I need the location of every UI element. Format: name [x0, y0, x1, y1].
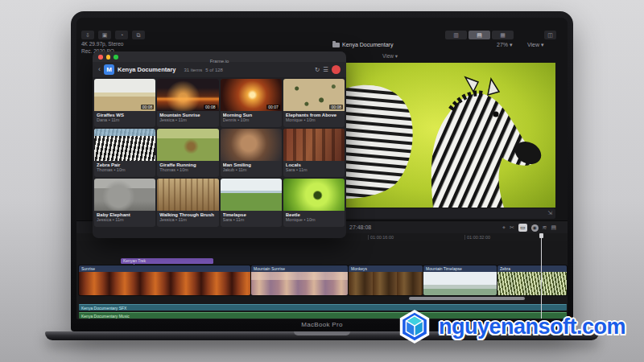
clip-card-morning-sun[interactable]: 00:07 Morning SunDennis • 10m: [221, 79, 282, 127]
snapping-icon[interactable]: ▤: [551, 224, 556, 232]
clip-thumbnail: [283, 179, 345, 211]
fcp-pane-toggles: ▥ ▤ ▦: [445, 31, 514, 39]
duration-badge: 00:08: [141, 105, 155, 109]
clip-meta: Jessica • 11m: [97, 217, 153, 222]
macbook-screen: ⇩ ▣ ◔ ⧉ ▥ ▤ ▦ ◫ 4K 29.97p, Stereo Rec. 2…: [76, 18, 568, 319]
fullscreen-icon[interactable]: ⇲: [547, 210, 552, 216]
zebra-preview-image: [338, 63, 555, 208]
clip-card-timelapse[interactable]: TimelapseSara • 11m: [221, 179, 282, 227]
browser-toggle-icon[interactable]: ▥: [445, 31, 467, 39]
clip-card-man-smiling[interactable]: Man SmilingJakub • 11m: [221, 129, 282, 177]
clip-meta: Monique • 10m: [286, 217, 342, 222]
clip-thumbnail: [157, 129, 218, 161]
close-icon[interactable]: [98, 55, 103, 60]
timeline-clip-mountain-timelapse[interactable]: Mountain Timelapse: [423, 265, 497, 295]
timeline-clip-monkeys[interactable]: Monkeys: [349, 265, 423, 295]
project-format-line1: 4K 29.97p, Stereo: [81, 41, 123, 47]
clip-appearance-icon[interactable]: ▭: [518, 224, 527, 232]
clip-meta: Jakub • 11m: [223, 167, 279, 172]
timeline-timecode: 27:48:08: [349, 224, 371, 230]
clip-card-locals[interactable]: LocalsSara • 11m: [283, 129, 345, 177]
clip-card-baby-elephant[interactable]: Baby ElephantJessica • 11m: [94, 179, 155, 227]
clip-name: Monkeys: [349, 265, 423, 272]
clip-filmstrip: [423, 272, 497, 295]
timeline-toggle-icon[interactable]: ▤: [469, 31, 490, 39]
timeline-title-clip[interactable]: Kenyan Trek: [121, 258, 213, 264]
clip-name: Zebra: [497, 265, 567, 272]
clip-card-walking-through-brush[interactable]: Walking Through BrushJessica • 11m: [157, 179, 218, 227]
clip-card-giraffe-running[interactable]: Giraffe RunningThomas • 10m: [157, 129, 218, 177]
clip-card-elephants-above[interactable]: 00:08 Elephants from AboveMonique • 10m: [283, 79, 345, 127]
window-titlebar[interactable]: Frame.io: [93, 51, 346, 62]
clip-meta: Thomas • 10m: [159, 167, 216, 172]
clip-card-mountain-sunrise[interactable]: 00:08 Mountain SunriseJessica • 11m: [157, 79, 218, 127]
clip-filmstrip: [79, 272, 250, 295]
skimming-icon[interactable]: ◉: [531, 224, 539, 232]
clip-filmstrip: [497, 272, 567, 295]
macbook-lid-notch: [294, 331, 350, 335]
clip-thumbnail: 00:08: [94, 79, 155, 111]
clip-filmstrip: [349, 272, 423, 295]
clip-thumbnail: 00:07: [221, 79, 282, 111]
background-tasks-icon[interactable]: ◔: [115, 31, 128, 39]
media-import-icon[interactable]: ⇩: [81, 31, 94, 39]
clip-name: Mountain Sunrise: [251, 265, 348, 272]
clip-thumbnail: [221, 129, 282, 161]
clip-meta: Dennis • 10m: [223, 117, 279, 122]
clip-grid: 00:08 Giraffes WSDana • 11m 00:08 Mounta…: [93, 77, 346, 228]
clip-thumbnail: 00:08: [283, 79, 345, 111]
ruler-timecode: 01:00:32:00: [464, 235, 490, 240]
project-badge: M: [104, 64, 114, 75]
sync-icon[interactable]: ↻: [315, 66, 320, 73]
avatar[interactable]: [332, 65, 341, 74]
keyword-editor-icon[interactable]: ▣: [98, 31, 111, 39]
media-browser-icon[interactable]: ⧉: [132, 31, 145, 39]
viewer-canvas: [338, 63, 555, 208]
clip-meta: Jessica • 11m: [159, 117, 216, 122]
photo-backdrop: ⇩ ▣ ◔ ⧉ ▥ ▤ ▦ ◫ 4K 29.97p, Stereo Rec. 2…: [0, 0, 644, 362]
clip-thumbnail: [157, 179, 218, 211]
clip-thumbnail: [283, 129, 345, 161]
inspector-toggle-icon[interactable]: ▦: [492, 31, 514, 39]
clip-name: Mountain Timelapse: [423, 265, 497, 272]
share-icon[interactable]: ◫: [544, 31, 556, 39]
viewer-zoom-menu[interactable]: 27% ▾: [497, 42, 512, 48]
clip-meta: Sara • 11m: [223, 217, 279, 222]
media-window-header: ‹ M Kenya Documentary 31 items 5 of 128 …: [93, 62, 346, 77]
traffic-lights: [98, 55, 118, 60]
clip-thumbnail: 00:08: [157, 79, 218, 111]
clip-thumbnail: [221, 179, 282, 211]
timeline-clip-zebra[interactable]: Zebra: [497, 265, 567, 295]
back-icon[interactable]: ‹: [98, 62, 101, 77]
timeline-clip-sunrise[interactable]: Sunrise: [79, 265, 250, 295]
clip-meta: Jessica • 11m: [159, 217, 216, 222]
minimize-icon[interactable]: [106, 55, 111, 60]
playhead[interactable]: [541, 233, 542, 319]
viewer-view-menu[interactable]: View ▾: [527, 42, 544, 48]
audio-solo-icon[interactable]: ≋: [543, 224, 547, 232]
timeline-scrollbar[interactable]: [409, 297, 525, 300]
selection-count: 5 of 128: [205, 68, 223, 72]
timeline-clip-mountain-sunrise[interactable]: Mountain Sunrise: [251, 265, 348, 295]
window-title: Frame.io: [210, 59, 229, 64]
position-tool-icon[interactable]: ⌖: [502, 224, 506, 232]
clip-thumbnail: [94, 179, 155, 211]
clip-thumbnail: [94, 129, 155, 161]
clip-card-giraffes-ws[interactable]: 00:08 Giraffes WSDana • 11m: [94, 79, 155, 127]
fcp-toolbar-left: ⇩ ▣ ◔ ⧉: [81, 31, 145, 39]
clip-card-zebra-pair[interactable]: Zebra PairThomas • 10m: [94, 129, 155, 177]
browser-view-menu[interactable]: View ▾: [382, 53, 398, 60]
ruler-timecode: 01:00:16:00: [368, 235, 394, 240]
clip-card-beetle[interactable]: BeetleMonique • 10m: [283, 179, 345, 227]
timeline-tool-icons: ⌖ ✂ ▭ ◉ ≋ ▤: [502, 224, 556, 232]
media-project-name: Kenya Documentary: [118, 66, 176, 73]
list-menu-icon[interactable]: ☰: [323, 66, 328, 73]
frameio-window: Frame.io ‹ M Kenya Documentary 31 items …: [93, 51, 346, 238]
viewer-project-title: Kenya Documentary: [332, 42, 393, 47]
viewer-scrubber[interactable]: ≡ ⇲: [338, 208, 555, 219]
blade-tool-icon[interactable]: ✂: [510, 224, 514, 232]
clip-filmstrip: [251, 272, 348, 295]
viewer-project-label: Kenya Documentary: [342, 42, 393, 47]
zoom-window-icon[interactable]: [114, 55, 118, 60]
items-count: 31 items: [184, 68, 203, 72]
